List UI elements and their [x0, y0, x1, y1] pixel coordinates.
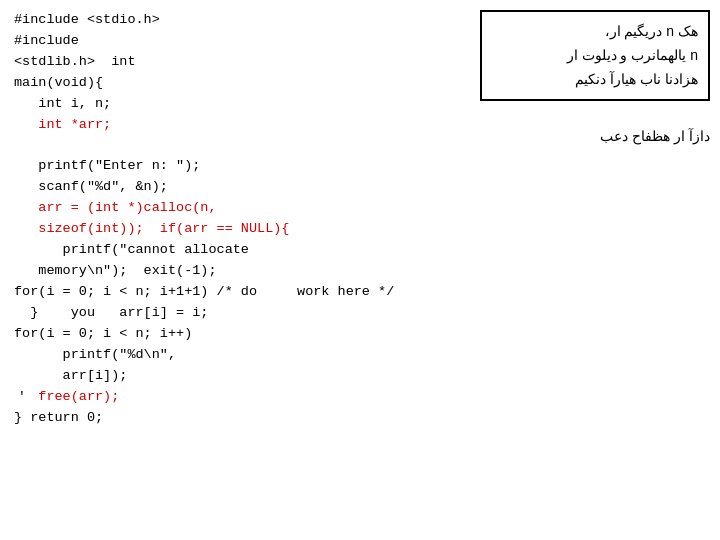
code-line-8: printf("Enter n: ");: [14, 156, 436, 177]
code-line-11: sizeof(int)); if(arr == NULL){: [14, 219, 436, 240]
code-line-7: [14, 136, 436, 157]
arabic-box: هک n دریگیم ار، n يالهمانرب و دیلوت ار ه…: [480, 10, 710, 101]
work-here-comment: work here */: [297, 282, 394, 303]
arabic-line-3: هزادنا ناب هیارآ دنکیم: [492, 68, 698, 92]
code-line-17: printf("%d\n",: [14, 345, 436, 366]
code-line-3: <stdlib.h> int: [14, 52, 436, 73]
code-line-4: main(void){: [14, 73, 436, 94]
arabic-line-2: n يالهمانرب و دیلوت ار: [492, 44, 698, 68]
code-line-20: } return 0;: [14, 408, 436, 429]
code-line-9: scanf("%d", &n);: [14, 177, 436, 198]
code-line-14: for(i = 0; i < n; i+1+1) /* do: [14, 282, 257, 303]
code-editor: #include <stdio.h> #include <stdlib.h> i…: [0, 0, 450, 438]
tick-mark: ': [18, 387, 26, 407]
code-line-19: free(arr);: [14, 387, 436, 408]
code-line-12: printf("cannot allocate: [14, 240, 436, 261]
code-line-6: int *arr;: [14, 115, 436, 136]
code-line-15: } you arr[i] = i;: [14, 303, 436, 324]
code-line-16: for(i = 0; i < n; i++): [14, 324, 436, 345]
code-line-1: #include <stdio.h>: [14, 10, 436, 31]
arabic-below-text: دازآ ار هظفاح دعب: [480, 128, 710, 144]
code-line-13: memory\n"); exit(-1);: [14, 261, 436, 282]
code-line-10: arr = (int *)calloc(n,: [14, 198, 436, 219]
code-line-18: arr[i]);: [14, 366, 436, 387]
arabic-line-1: هک n دریگیم ار،: [492, 20, 698, 44]
code-line-2: #include: [14, 31, 436, 52]
code-line-5: int i, n;: [14, 94, 436, 115]
